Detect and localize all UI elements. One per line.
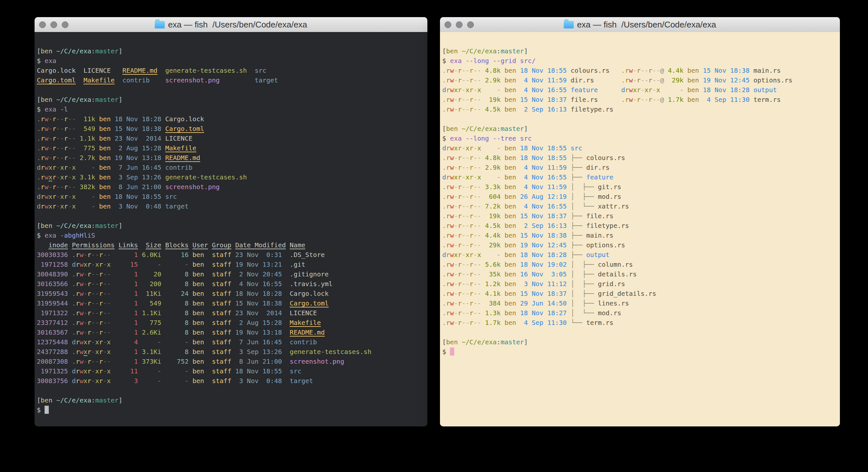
terminal-line: .rw-r--r-- 1.1k ben 23 Nov 2014 LICENCE [37,134,426,143]
terminal-line [37,85,426,95]
terminal-line: drwxr-xr-x - ben 18 Nov 18:55 src [442,143,838,153]
terminal-line: .rw-r--r-- 549 ben 15 Nov 18:38 Cargo.to… [37,124,426,134]
close-button[interactable] [444,21,451,28]
terminal-line: 20087308 .rw-r--r-- 1 373Ki 752 ben staf… [37,357,426,366]
terminal-line: .rw-r--r-- 4.8k ben 18 Nov 18:55 colours… [442,66,838,75]
terminal-line: 1971322 .rw-r--r-- 1 1.1Ki 8 ben staff 2… [37,308,426,318]
terminal-line: .rw-r--r-- 2.7k ben 19 Nov 13:18 README.… [37,153,426,163]
terminal-line: [ben ~/C/e/exa:master] [442,337,838,347]
terminal-line: 23377412 .rw-r--r-- 1 775 8 ben staff 2 … [37,318,426,327]
terminal-line: drwxr-xr-x - ben 7 Jun 16:45 contrib [37,163,426,172]
terminal-line: .rw-r--r-- 35k ben 16 Nov 3:05 │ ├── det… [442,269,838,279]
title-area: exa — fish /Users/ben/Code/exa/exa [155,20,307,30]
folder-icon [564,21,574,28]
titlebar[interactable]: exa — fish /Users/ben/Code/exa/exa [440,17,840,32]
terminal-line: $ [442,347,838,357]
terminal-line: [ben ~/C/e/exa:master] [37,95,426,105]
terminal-line [37,386,426,395]
terminal-line: 30030336 .rw-r--r-- 1 6.0Ki 16 ben staff… [37,250,426,260]
terminal-line: .rw-r--r-- 29k ben 19 Nov 12:45 ├── opti… [442,240,838,250]
window-title: exa — fish /Users/ben/Code/exa/exa [168,20,307,30]
terminal-line: .rw-r--r-- 4.1k ben 15 Nov 18:37 │ ├── g… [442,289,838,298]
terminal-window-left: exa — fish /Users/ben/Code/exa/exa [ben … [35,17,427,426]
terminal-line: .rw-r--r-- 7.2k ben 4 Nov 16:55 │ └── xa… [442,201,838,211]
cursor-block [450,348,454,356]
terminal-line: .rw-r--r-- 384 ben 29 Jun 14:50 │ ├── li… [442,298,838,308]
cursor-block [44,406,49,414]
terminal-line: .rw-r--r-- 4.4k ben 15 Nov 18:38 ├── mai… [442,231,838,240]
terminal-line: .rw-r--r-- 11k ben 18 Nov 18:28 Cargo.lo… [37,114,426,124]
folder-icon [155,21,165,28]
terminal-line: 30163566 .rw-r--r-- 1 200 8 ben staff 4 … [37,279,426,289]
window-controls [444,17,474,32]
terminal-line: $ [37,405,426,415]
terminal-line: 30083756 drwxr-xr-x 3 - - ben staff 3 No… [37,376,426,386]
desktop-background: exa — fish /Users/ben/Code/exa/exa [ben … [0,0,868,472]
terminal-line: 31959544 .rw-r--r-- 1 549 8 ben staff 15… [37,298,426,308]
terminal-line: .rw-r--r-- 3.3k ben 4 Nov 11:59 │ ├── gi… [442,182,838,192]
terminal-line: drwxr-xr-x - ben 18 Nov 18:28 ├── output [442,250,838,260]
close-button[interactable] [39,21,46,28]
terminal-window-right: exa — fish /Users/ben/Code/exa/exa [ben … [440,17,840,426]
terminal-line: $ exa -l [37,105,426,114]
terminal-line: 1971258 drwxr-xr-x 15 - - ben staff 19 N… [37,260,426,269]
terminal-line: .rw-r--r-- 1.2k ben 3 Nov 11:12 │ ├── gr… [442,279,838,289]
terminal-line: .rw-r--r-- 4.5k ben 2 Sep 16:13 ├── file… [442,221,838,231]
zoom-button[interactable] [62,21,68,28]
terminal-line: [ben ~/C/e/exa:master] [37,46,426,56]
terminal-screen[interactable]: [ben ~/C/e/exa:master]$ exaCargo.lock LI… [35,32,427,426]
minimize-button[interactable] [51,21,57,28]
terminal-line: .rw-r--r-- 1.7k ben 4 Sep 11:30 └── term… [442,318,838,327]
terminal-line: Cargo.toml Makefile contrib screenshot.p… [37,75,426,85]
minimize-button[interactable] [456,21,463,28]
window-controls [39,17,68,32]
terminal-line: $ exa --long --grid src/ [442,56,838,66]
zoom-button[interactable] [467,21,474,28]
terminal-line [442,327,838,337]
terminal-line: 31959543 .rw-r--r-- 1 11Ki 24 ben staff … [37,289,426,298]
terminal-line: .rw-r--r-- 2.9k ben 4 Nov 11:59 ├── dir.… [442,163,838,172]
terminal-line: 12375448 drwxr-xr-x 4 - - ben staff 7 Ju… [37,337,426,347]
terminal-line: 24377288 .rwxr-xr-x 1 3.1Ki 8 ben staff … [37,347,426,357]
terminal-line: .rw-r--r-- 382k ben 8 Jun 21:00 screensh… [37,182,426,192]
terminal-line: 30048390 .rw-r--r-- 1 20 8 ben staff 2 N… [37,269,426,279]
terminal-line: drwxr-xr-x - ben 18 Nov 18:55 src [37,192,426,201]
terminal-line: .rwxr-xr-x 3.1k ben 3 Sep 13:26 generate… [37,172,426,182]
terminal-line: .rw-r--r-- 19k ben 15 Nov 18:37 ├── file… [442,211,838,221]
terminal-line: [ben ~/C/e/exa:master] [37,221,426,231]
terminal-line [442,114,838,124]
terminal-line: 1971325 drwxr-xr-x 11 - - ben staff 18 N… [37,366,426,376]
terminal-line: $ exa --long --tree src [442,134,838,143]
titlebar[interactable]: exa — fish /Users/ben/Code/exa/exa [35,17,427,32]
terminal-line: drwxr-xr-x - ben 4 Nov 16:55 ├── feature [442,172,838,182]
terminal-line: $ exa -abghHliS [37,231,426,240]
terminal-line: .rw-r--r-- 604 ben 26 Aug 12:19 │ ├── mo… [442,192,838,201]
terminal-line: .rw-r--r-- 19k ben 15 Nov 18:37 file.rs … [442,95,838,105]
window-title: exa — fish /Users/ben/Code/exa/exa [577,20,716,30]
terminal-line: .rw-r--r-- 4.5k ben 2 Sep 16:13 filetype… [442,105,838,114]
terminal-line: drwxr-xr-x - ben 3 Nov 0:48 target [37,201,426,211]
terminal-line [37,211,426,221]
terminal-line: Cargo.lock LICENCE README.md generate-te… [37,66,426,75]
title-area: exa — fish /Users/ben/Code/exa/exa [564,20,716,30]
terminal-line: .rw-r--r-- 2.9k ben 4 Nov 11:59 dir.rs .… [442,75,838,85]
terminal-line: inode Permissions Links Size Blocks User… [37,240,426,250]
terminal-line: 30163567 .rw-r--r-- 1 2.6Ki 8 ben staff … [37,327,426,337]
terminal-line: [ben ~/C/e/exa:master] [442,124,838,134]
terminal-line: [ben ~/C/e/exa:master] [442,46,838,56]
terminal-line: drwxr-xr-x - ben 4 Nov 16:55 feature drw… [442,85,838,95]
terminal-line: .rw-r--r-- 775 ben 2 Aug 15:28 Makefile [37,143,426,153]
terminal-line: .rw-r--r-- 1.3k ben 18 Nov 18:27 │ └── m… [442,308,838,318]
terminal-line: $ exa [37,56,426,66]
terminal-line: .rw-r--r-- 5.6k ben 18 Nov 19:02 │ ├── c… [442,260,838,269]
terminal-line: [ben ~/C/e/exa:master] [37,395,426,405]
terminal-screen[interactable]: [ben ~/C/e/exa:master]$ exa --long --gri… [440,32,840,426]
terminal-line: .rw-r--r-- 4.8k ben 18 Nov 18:55 ├── col… [442,153,838,163]
